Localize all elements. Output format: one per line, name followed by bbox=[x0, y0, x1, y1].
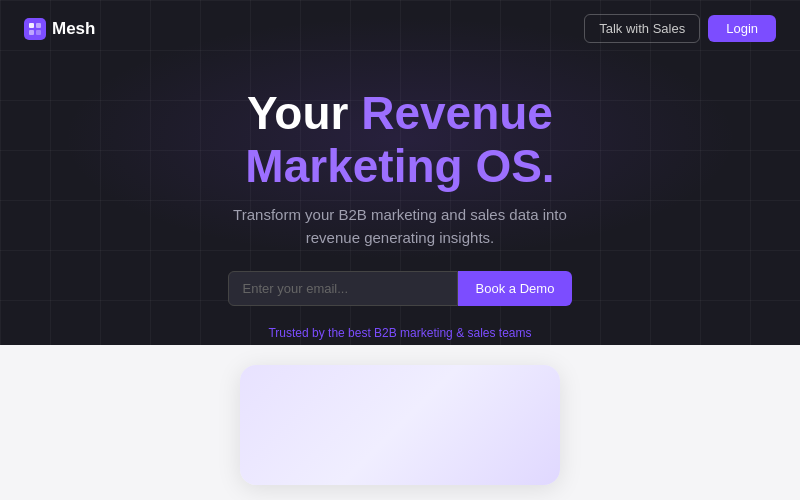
nav-buttons: Talk with Sales Login bbox=[584, 14, 776, 43]
email-input[interactable] bbox=[228, 271, 458, 306]
trusted-text: Trusted by the best B2B marketing & sale… bbox=[0, 326, 800, 340]
title-revenue: Revenue bbox=[361, 87, 553, 139]
svg-rect-0 bbox=[29, 23, 34, 28]
hero-content: Your Revenue Marketing OS. Transform you… bbox=[0, 57, 800, 345]
logo: Mesh bbox=[24, 18, 95, 40]
logo-text: Mesh bbox=[52, 19, 95, 39]
login-button[interactable]: Login bbox=[708, 15, 776, 42]
logo-icon bbox=[24, 18, 46, 40]
card-preview bbox=[240, 365, 560, 485]
svg-rect-2 bbox=[29, 30, 34, 35]
svg-rect-3 bbox=[36, 30, 41, 35]
email-form: Book a Demo bbox=[0, 271, 800, 306]
talk-sales-button[interactable]: Talk with Sales bbox=[584, 14, 700, 43]
title-marketing-os: Marketing OS. bbox=[245, 140, 554, 192]
hero-subtitle: Transform your B2B marketing and sales d… bbox=[230, 203, 570, 250]
bottom-section bbox=[0, 345, 800, 500]
book-demo-button[interactable]: Book a Demo bbox=[458, 271, 573, 306]
svg-rect-1 bbox=[36, 23, 41, 28]
hero-section: Mesh Talk with Sales Login Your Revenue … bbox=[0, 0, 800, 345]
title-white: Your bbox=[247, 87, 361, 139]
navbar: Mesh Talk with Sales Login bbox=[0, 0, 800, 57]
hero-title: Your Revenue Marketing OS. bbox=[0, 87, 800, 193]
